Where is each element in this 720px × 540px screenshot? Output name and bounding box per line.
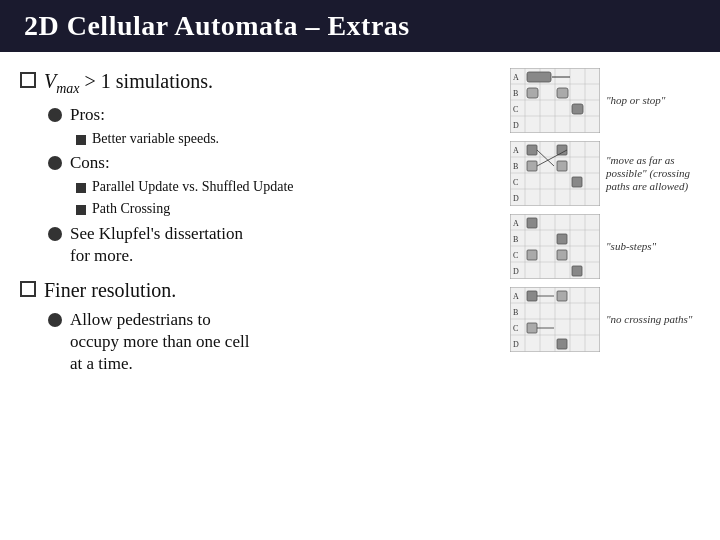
bullet-pedestrians: Allow pedestrians tooccupy more than one… [48,309,490,375]
circle-bullet-pros [48,108,62,122]
svg-text:D: D [513,121,519,130]
parallel-text: Parallel Update vs. Shuffled Update [92,178,294,197]
item-path-crossing: Path Crossing [76,200,490,219]
svg-rect-15 [557,88,568,98]
bullet-square-2 [20,281,36,297]
item-variable-speeds: Better variable speeds. [76,130,490,149]
svg-rect-33 [527,161,537,171]
text-column: Vmax > 1 simulations. Pros: Better varia… [20,68,498,380]
bullet-pros: Pros: [48,104,490,126]
slide: 2D Cellular Automata – Extras Vmax > 1 s… [0,0,720,540]
svg-text:C: C [513,105,518,114]
svg-text:A: A [513,73,519,82]
svg-text:A: A [513,219,519,228]
grid-svg-2: A B C D [510,141,600,206]
svg-rect-32 [557,145,567,155]
path-crossing-text: Path Crossing [92,200,170,219]
svg-text:C: C [513,178,518,187]
svg-text:B: B [513,235,518,244]
square-bullet-parallel [76,183,86,193]
svg-rect-52 [557,234,567,244]
grid-svg-4: A B C D [510,287,600,352]
circle-bullet-pedestrians [48,313,62,327]
pros-label: Pros: [70,104,105,126]
svg-rect-14 [527,88,538,98]
bullet-square-1 [20,72,36,88]
label-move-far: "move as far as possible" (crossing path… [606,154,696,194]
label-sub-steps: "sub-steps" [606,240,656,253]
pedestrians-text: Allow pedestrians tooccupy more than one… [70,309,249,375]
item-parallel-update: Parallel Update vs. Shuffled Update [76,178,490,197]
svg-text:C: C [513,251,518,260]
svg-rect-53 [527,250,537,260]
bullet-finer: Finer resolution. [20,277,490,303]
finer-text: Finer resolution. [44,277,176,303]
vmax-text: Vmax > 1 simulations. [44,68,213,98]
svg-rect-69 [527,291,537,301]
slide-title: 2D Cellular Automata – Extras [24,10,696,42]
cons-label: Cons: [70,152,110,174]
svg-rect-16 [572,104,583,114]
svg-text:B: B [513,308,518,317]
svg-rect-34 [557,161,567,171]
svg-text:B: B [513,162,518,171]
svg-rect-72 [557,339,567,349]
image-sub-steps: A B C D "sub-steps" [510,214,700,279]
svg-rect-35 [572,177,582,187]
image-hop-or-stop: A B C D "hop or stop" [510,68,700,133]
svg-rect-55 [572,266,582,276]
bullet-cons: Cons: [48,152,490,174]
svg-text:B: B [513,89,518,98]
square-bullet-path [76,205,86,215]
svg-text:A: A [513,146,519,155]
svg-rect-13 [527,72,551,82]
speeds-text: Better variable speeds. [92,130,219,149]
svg-rect-70 [557,291,567,301]
image-no-crossing: A B C D "no crossing paths" [510,287,700,352]
circle-bullet-cons [48,156,62,170]
grid-svg-1: A B C D [510,68,600,133]
svg-text:D: D [513,267,519,276]
label-no-crossing: "no crossing paths" [606,313,692,326]
svg-text:D: D [513,194,519,203]
slide-header: 2D Cellular Automata – Extras [0,0,720,52]
svg-text:D: D [513,340,519,349]
svg-rect-54 [557,250,567,260]
content-area: Vmax > 1 simulations. Pros: Better varia… [0,68,720,380]
svg-rect-31 [527,145,537,155]
svg-rect-51 [527,218,537,228]
images-column: A B C D "hop or stop" [510,68,700,380]
image-move-far: A B C D "move as far as possible" (cross… [510,141,700,206]
svg-text:C: C [513,324,518,333]
bullet-klupfel: See Klupfel's dissertationfor more. [48,223,490,267]
svg-rect-71 [527,323,537,333]
klupfel-text: See Klupfel's dissertationfor more. [70,223,243,267]
svg-text:A: A [513,292,519,301]
circle-bullet-klupfel [48,227,62,241]
bullet-vmax: Vmax > 1 simulations. [20,68,490,98]
square-bullet-speeds [76,135,86,145]
grid-svg-3: A B C D [510,214,600,279]
label-hop-or-stop: "hop or stop" [606,94,665,107]
